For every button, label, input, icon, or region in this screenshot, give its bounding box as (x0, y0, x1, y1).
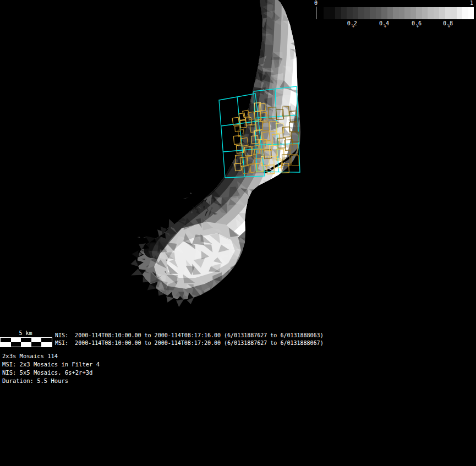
colorbar-step (324, 7, 330, 19)
colorbar-step (439, 7, 445, 19)
colorbar-step (330, 7, 336, 19)
colorbar-step (457, 7, 463, 19)
colorbar-tick-mark: + (352, 24, 354, 29)
colorbar-tick-mark: + (417, 24, 419, 29)
colorbar-step (393, 7, 399, 19)
colorbar-tick-mark: + (384, 24, 387, 29)
colorbar-step (434, 7, 440, 19)
colorbar-step (445, 7, 451, 19)
colorbar-step (358, 7, 364, 19)
scale-bar-cell (11, 342, 21, 347)
colorbar-step (347, 7, 353, 19)
colorbar-step (451, 7, 457, 19)
scale-bar-cell (31, 338, 42, 342)
colorbar-step (341, 7, 347, 19)
colorbar-step (364, 7, 370, 19)
colorbar-step (387, 7, 393, 19)
colorbar-step (411, 7, 417, 19)
scale-bar-cell (21, 342, 31, 347)
scale-bar-label: 5 km (0, 330, 51, 336)
colorbar-step (381, 7, 387, 19)
scale-bar-cell (11, 338, 21, 342)
colorbar-step (335, 7, 341, 19)
scale-bar-cell (21, 338, 31, 342)
colorbar-step (370, 7, 376, 19)
scale-bar-cell (1, 338, 11, 342)
colorbar-step (468, 7, 474, 19)
info-line: MSI: 2x3 Mosaics in Filter 4 (2, 361, 100, 368)
asteroid-render (0, 0, 476, 466)
colorbar-gradient (324, 7, 474, 19)
colorbar-step (353, 7, 359, 19)
scale-bar-checker (0, 337, 52, 347)
scale-bar-cell (31, 342, 42, 347)
colorbar-axis-tick (316, 7, 316, 19)
info-line: NIS: 5x5 Mosaics, 6s+2r+3d (2, 369, 92, 376)
info-line: Duration: 5.5 Hours (2, 377, 68, 384)
colorbar-min-label: 0 (314, 0, 318, 6)
colorbar-step (416, 7, 422, 19)
scale-bar-cell (41, 338, 52, 342)
scale-bar-cell (41, 342, 52, 347)
colorbar-step (428, 7, 434, 19)
info-line: 2x3s Mosaics 114 (2, 353, 58, 359)
colorbar-max-label: 1 (470, 0, 473, 6)
colorbar-tick-mark: + (448, 24, 451, 29)
colorbar-step (422, 7, 428, 19)
colorbar-step (404, 7, 411, 19)
viewport: 0 1 0.2+0.4+0.6+0.8+ 5 km NIS: 2000-114T… (0, 0, 476, 466)
colorbar-step (376, 7, 382, 19)
colorbar-step (462, 7, 468, 19)
status-line: NIS: 2000-114T08:10:00.00 to 2000-114T08… (55, 332, 324, 338)
scale-bar-cell (1, 342, 11, 347)
status-line: MSI: 2000-114T08:10:00.00 to 2000-114T08… (55, 340, 324, 346)
colorbar-step (399, 7, 405, 19)
